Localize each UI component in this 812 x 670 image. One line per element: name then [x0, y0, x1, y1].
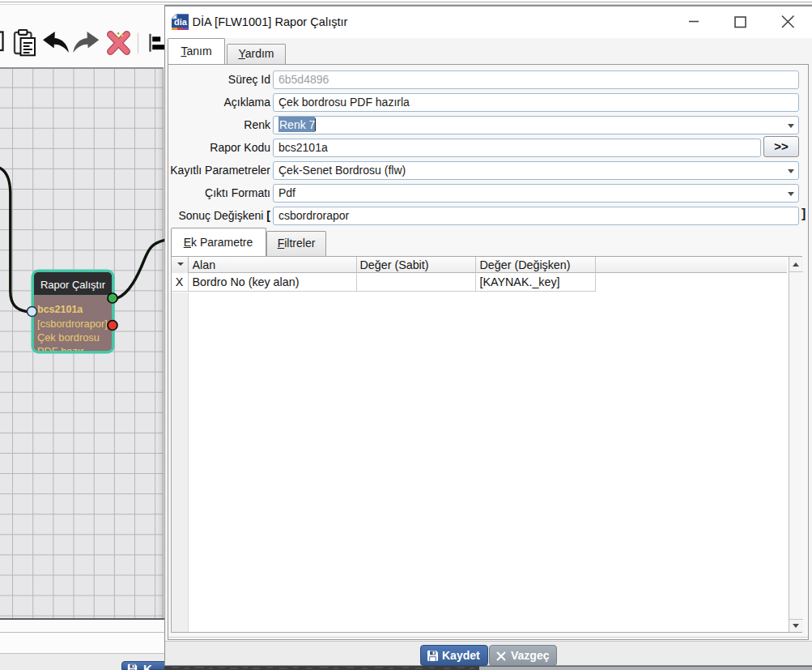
- svg-text:[csbordrorapor]: [csbordrorapor]: [37, 318, 108, 330]
- svg-text:Çek bordrosu: Çek bordrosu: [37, 331, 100, 344]
- svg-text:bcs2101a: bcs2101a: [37, 304, 83, 315]
- svg-text:dia: dia: [174, 17, 188, 27]
- svg-text:Rapor Çalıştır: Rapor Çalıştır: [40, 279, 106, 291]
